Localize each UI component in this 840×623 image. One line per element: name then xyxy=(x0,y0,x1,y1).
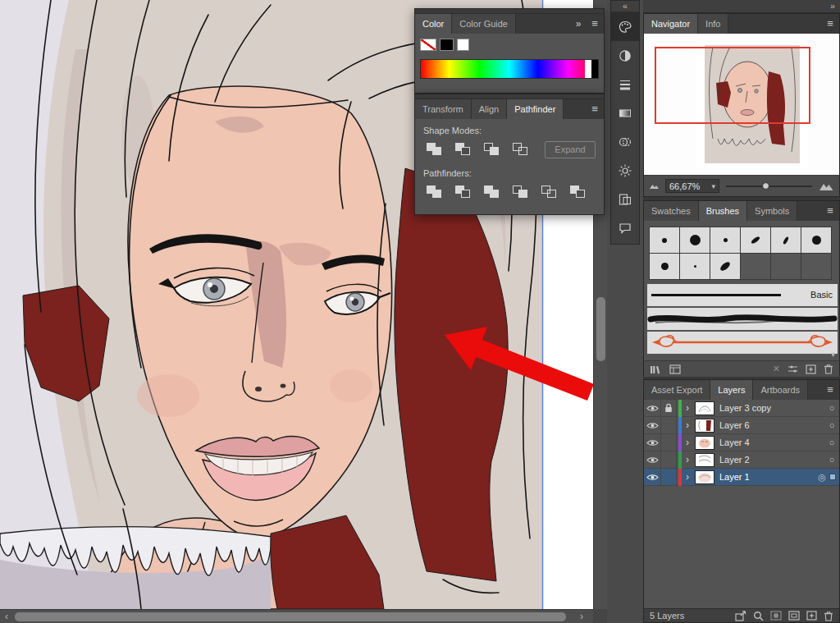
layer-thumbnail[interactable] xyxy=(695,470,714,484)
gradient-panel-icon[interactable] xyxy=(611,98,639,127)
brush-basic[interactable]: Basic xyxy=(647,284,838,306)
expand-arrow-icon[interactable]: › xyxy=(682,471,693,483)
pathfinder-merge-button[interactable] xyxy=(481,183,503,201)
visibility-toggle[interactable] xyxy=(644,434,661,451)
shape-mode-unite-button[interactable] xyxy=(423,140,445,158)
layer-row[interactable]: › Layer 4 ○ xyxy=(644,434,839,451)
lock-toggle[interactable] xyxy=(661,400,677,416)
tab-artboards[interactable]: Artboards xyxy=(753,380,808,400)
brush-swatch[interactable] xyxy=(710,254,740,279)
layer-row[interactable]: › Layer 6 ○ xyxy=(644,417,839,434)
layer-thumbnail[interactable] xyxy=(695,401,714,415)
horizontal-scrollbar-thumb[interactable] xyxy=(15,612,566,621)
layer-thumbnail[interactable] xyxy=(695,453,714,467)
locate-object-icon[interactable] xyxy=(753,611,764,621)
brush-options-icon[interactable] xyxy=(788,364,798,373)
tab-swatches[interactable]: Swatches xyxy=(644,201,699,221)
zoom-slider-thumb[interactable] xyxy=(762,182,769,190)
color-spectrum-bar[interactable] xyxy=(420,59,599,79)
lock-toggle[interactable] xyxy=(661,417,677,433)
layer-thumbnail[interactable] xyxy=(695,419,714,433)
delete-layer-icon[interactable] xyxy=(824,611,833,621)
horizontal-scrollbar[interactable]: ‹ › xyxy=(0,609,593,623)
tab-asset-export[interactable]: Asset Export xyxy=(644,380,710,400)
spectrum-white-swatch[interactable] xyxy=(585,60,591,78)
layer-thumbnail[interactable] xyxy=(695,436,714,450)
expand-button[interactable]: Expand xyxy=(545,141,596,158)
artboards-panel-icon[interactable] xyxy=(611,185,639,213)
black-swatch[interactable] xyxy=(440,39,454,51)
zoom-caret-icon[interactable]: ▾ xyxy=(711,182,715,190)
tab-symbols[interactable]: Symbols xyxy=(747,201,797,221)
tab-color[interactable]: Color xyxy=(415,14,452,34)
expand-arrow-icon[interactable]: › xyxy=(682,437,693,448)
tab-pathfinder[interactable]: Pathfinder xyxy=(507,99,564,119)
shape-mode-exclude-button[interactable] xyxy=(509,140,532,158)
navigator-preview[interactable] xyxy=(644,34,839,175)
scroll-right-icon[interactable]: › xyxy=(575,610,588,623)
brush-charcoal[interactable] xyxy=(647,308,838,330)
brush-swatch[interactable] xyxy=(771,227,801,253)
brush-libraries-icon[interactable] xyxy=(650,364,662,374)
stroke-panel-icon[interactable] xyxy=(611,70,639,98)
remove-brush-stroke-icon[interactable]: ✕ xyxy=(773,364,780,374)
libraries-panel-icon[interactable] xyxy=(669,364,681,374)
selection-indicator[interactable] xyxy=(829,474,836,480)
pathfinder-trim-button[interactable] xyxy=(452,183,474,201)
delete-brush-icon[interactable] xyxy=(824,364,833,374)
color-guide-panel-icon[interactable] xyxy=(611,41,639,70)
expand-arrow-icon[interactable]: › xyxy=(682,454,693,465)
new-sublayer-icon[interactable] xyxy=(788,611,800,621)
tab-layers[interactable]: Layers xyxy=(710,380,753,400)
expand-arrow-icon[interactable]: › xyxy=(682,419,693,431)
tab-transform[interactable]: Transform xyxy=(415,99,472,119)
layer-row-selected[interactable]: › Layer 1 ◎ xyxy=(644,469,839,486)
pathfinder-outline-button[interactable] xyxy=(538,183,560,201)
expand-arrow-icon[interactable]: › xyxy=(682,402,693,414)
scroll-left-icon[interactable]: ‹ xyxy=(0,610,13,623)
tab-info[interactable]: Info xyxy=(698,14,728,34)
clipping-mask-icon[interactable] xyxy=(770,611,782,621)
target-circle-icon[interactable]: ○ xyxy=(824,420,839,430)
tab-align[interactable]: Align xyxy=(472,99,507,119)
target-circle-icon[interactable]: ○ xyxy=(824,437,839,447)
panel-menu-icon[interactable]: ≡ xyxy=(821,14,839,34)
panel-menu-icon[interactable]: ≡ xyxy=(586,99,604,119)
collapse-panel-icon[interactable]: » xyxy=(571,14,586,34)
panel-menu-icon[interactable]: ≡ xyxy=(586,14,604,34)
brush-swatch[interactable] xyxy=(680,254,710,279)
collapse-dock-icon[interactable]: » xyxy=(643,0,840,13)
comments-panel-icon[interactable] xyxy=(611,213,639,242)
layer-row[interactable]: › Layer 2 ○ xyxy=(644,451,839,469)
tab-brushes[interactable]: Brushes xyxy=(699,201,747,221)
appearance-panel-icon[interactable] xyxy=(611,156,639,185)
brush-swatch[interactable] xyxy=(741,227,770,253)
new-brush-icon[interactable] xyxy=(806,364,816,374)
shape-mode-minus-front-button[interactable] xyxy=(452,140,474,158)
target-circle-icon[interactable]: ◎ xyxy=(815,472,829,483)
brush-swatch[interactable] xyxy=(710,227,740,253)
brush-swatch[interactable] xyxy=(650,227,679,253)
new-layer-icon[interactable] xyxy=(806,611,817,621)
zoom-out-icon[interactable] xyxy=(649,182,660,190)
brush-swatch[interactable] xyxy=(801,227,831,253)
lock-toggle[interactable] xyxy=(661,469,677,485)
navigator-view-rectangle[interactable] xyxy=(655,47,810,124)
brush-list-scroll-icon[interactable]: ▾ xyxy=(831,350,835,359)
pathfinder-crop-button[interactable] xyxy=(509,183,532,201)
panel-menu-icon[interactable]: ≡ xyxy=(821,380,839,400)
visibility-toggle[interactable] xyxy=(644,451,661,468)
lock-toggle[interactable] xyxy=(661,434,677,451)
spectrum-black-swatch[interactable] xyxy=(591,60,598,78)
zoom-slider[interactable] xyxy=(724,181,814,192)
brush-decorative[interactable] xyxy=(647,332,838,354)
lock-toggle[interactable] xyxy=(661,451,677,468)
target-circle-icon[interactable]: ○ xyxy=(824,455,839,465)
color-panel-icon[interactable] xyxy=(611,12,639,41)
none-swatch[interactable] xyxy=(420,39,436,51)
tab-navigator[interactable]: Navigator xyxy=(644,14,698,34)
target-circle-icon[interactable]: ○ xyxy=(824,403,839,413)
shape-mode-intersect-button[interactable] xyxy=(481,140,503,158)
zoom-field[interactable]: 66,67% ▾ xyxy=(665,179,719,193)
tab-color-guide[interactable]: Color Guide xyxy=(452,14,516,34)
